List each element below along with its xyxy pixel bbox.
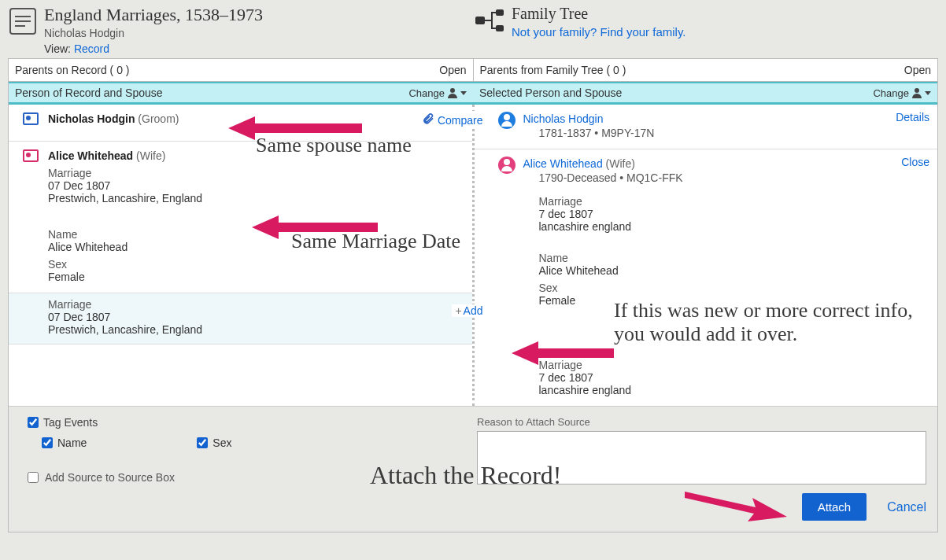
right-person1-meta: 1781-1837 • M9PY-17N [523, 127, 930, 139]
female-record-icon [23, 149, 39, 162]
details-link[interactable]: Details [896, 111, 929, 123]
r-marriage-place: lancashire england [539, 220, 930, 233]
r-m2-place: lancashire england [539, 384, 930, 396]
male-person-icon [498, 112, 515, 129]
add-marriage-date: 07 Dec 1807 [48, 311, 463, 323]
person-icon [911, 87, 922, 98]
open-parents-record[interactable]: Open [439, 64, 466, 76]
marriage-place: Prestwich, Lancashire, England [48, 192, 463, 204]
name-value: Alice Whitehead [48, 241, 463, 253]
right-person1-name[interactable]: Nicholas Hodgin [523, 112, 604, 125]
record-person: Nicholas Hodgin [44, 27, 263, 39]
change-right-button[interactable]: Change [873, 87, 931, 99]
sex-label: Sex [48, 258, 463, 271]
left-person1-role: (Groom) [138, 112, 179, 125]
add-source-checkbox[interactable] [28, 472, 39, 483]
section-right-label: Selected Person and Spouse [479, 87, 622, 99]
add-source-label: Add Source to Source Box [45, 471, 175, 484]
family-tree-icon [475, 9, 504, 31]
marriage-date: 07 Dec 1807 [48, 179, 463, 192]
left-person2-role: (Wife) [136, 149, 165, 162]
r-marriage-label: Marriage [539, 195, 930, 208]
r-marriage-date: 7 dec 1807 [539, 208, 930, 220]
female-person-icon [498, 157, 515, 174]
view-record-link[interactable]: Record [74, 42, 109, 55]
document-icon [9, 8, 36, 35]
parents-tree-label: Parents from Family Tree ( 0 ) [480, 64, 626, 76]
chevron-down-icon [925, 91, 931, 95]
tag-events-checkbox[interactable] [28, 417, 39, 428]
right-person2-role: (Wife) [606, 157, 635, 170]
r-sex-label: Sex [539, 282, 930, 294]
right-person2-name[interactable]: Alice Whitehead [523, 157, 603, 170]
person-icon [447, 87, 458, 98]
marriage-label: Marriage [48, 167, 463, 179]
paperclip-icon [422, 112, 434, 127]
left-person1-name: Nicholas Hodgin [48, 112, 135, 125]
r-m2-label: Marriage [539, 359, 930, 371]
find-family-link[interactable]: Not your family? Find your family. [512, 25, 685, 39]
sex-value: Female [48, 271, 463, 283]
add-marriage-place: Prestwich, Lancashire, England [48, 323, 463, 336]
open-parents-tree[interactable]: Open [904, 64, 931, 76]
name-checkbox[interactable] [42, 437, 53, 448]
left-person2-name: Alice Whitehead [48, 149, 133, 162]
add-marriage-label: Marriage [48, 298, 463, 311]
right-person2-meta: 1790-Deceased • MQ1C-FFK [523, 171, 930, 184]
compare-button[interactable]: Compare [419, 111, 486, 129]
cancel-button[interactable]: Cancel [887, 500, 926, 514]
male-record-icon [23, 112, 39, 125]
sex-cb-label: Sex [212, 437, 231, 449]
add-button[interactable]: +Add [452, 304, 486, 317]
r-m2-date: 7 dec 1807 [539, 371, 930, 384]
parents-record-label: Parents on Record ( 0 ) [15, 64, 130, 76]
r-name-label: Name [539, 252, 930, 264]
name-cb-label: Name [57, 437, 87, 449]
reason-label: Reason to Attach Source [477, 416, 926, 428]
chevron-down-icon [460, 91, 467, 95]
r-name-value: Alice Whitehead [539, 264, 930, 277]
plus-icon: + [455, 304, 461, 317]
close-link[interactable]: Close [901, 156, 929, 168]
family-tree-title: Family Tree [512, 5, 685, 23]
r-sex-value: Female [539, 294, 930, 307]
attach-button[interactable]: Attach [802, 493, 867, 521]
change-left-button[interactable]: Change [408, 87, 467, 99]
sex-checkbox[interactable] [197, 437, 208, 448]
reason-textarea[interactable] [477, 431, 926, 484]
name-label: Name [48, 228, 463, 241]
view-label: View: [44, 42, 71, 55]
section-left-label: Person of Record and Spouse [15, 87, 163, 99]
record-title: England Marriages, 1538–1973 [44, 5, 263, 25]
tag-events-label: Tag Events [43, 416, 98, 429]
